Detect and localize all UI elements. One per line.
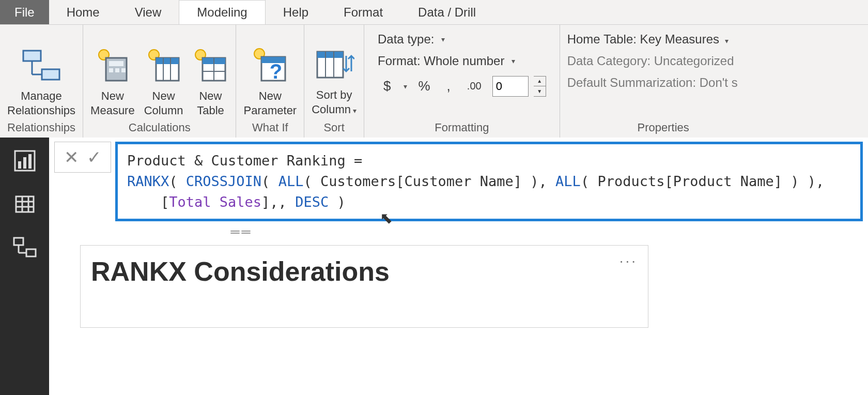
percent-button[interactable]: %	[412, 75, 436, 97]
data-type-dropdown[interactable]: ▾	[441, 35, 445, 43]
new-parameter-button[interactable]: ? New Parameter	[241, 42, 299, 118]
currency-button[interactable]: $	[378, 75, 396, 97]
new-column-button[interactable]: New Column	[142, 42, 185, 118]
sort-by-column-button[interactable]: Sort by Column▾	[309, 41, 359, 118]
tab-file[interactable]: File	[0, 0, 49, 24]
visual-card[interactable]: ... RANKX Considerations	[80, 245, 648, 328]
nav-report-view[interactable]	[12, 148, 38, 174]
left-nav	[0, 138, 49, 395]
svg-rect-6	[109, 61, 123, 66]
new-parameter-label: New Parameter	[243, 89, 297, 118]
sort-by-column-icon	[314, 41, 354, 88]
formula-bar-row: ✕ ✓ Product & Customer Ranking = RANKX( …	[49, 138, 868, 221]
new-table-button[interactable]: New Table	[190, 42, 230, 118]
sort-by-column-label: Sort by Column▾	[312, 88, 357, 118]
group-formatting: Data type: ▾ Format: Whole number ▾ $ ▾ …	[364, 25, 560, 138]
bar-chart-icon	[14, 150, 36, 172]
manage-relationships-label: Manage Relationships	[7, 89, 75, 118]
manage-relationships-icon	[21, 42, 61, 89]
svg-rect-32	[16, 196, 34, 212]
formula-resize-grip[interactable]: ══	[0, 224, 651, 239]
svg-rect-0	[23, 51, 41, 61]
formula-controls: ✕ ✓	[54, 142, 111, 173]
svg-rect-8	[115, 68, 119, 72]
dax-table-1: Customers[Customer Name]	[320, 173, 522, 189]
group-sort: Sort by Column▾ Sort	[304, 25, 364, 138]
tab-format[interactable]: Format	[326, 0, 400, 24]
new-measure-button[interactable]: New Measure	[88, 42, 137, 118]
data-type-label: Data type:	[378, 32, 434, 47]
dax-all-2: ALL	[555, 173, 581, 189]
svg-rect-12	[156, 58, 179, 64]
group-calculations-label: Calculations	[129, 118, 191, 134]
new-measure-icon	[95, 42, 131, 89]
group-relationships-label: Relationships	[7, 118, 75, 134]
svg-rect-38	[26, 249, 36, 256]
group-properties-label: Properties	[638, 118, 689, 134]
group-calculations: New Measure New Column New Table Calcula…	[83, 25, 236, 138]
group-whatif-label: What If	[252, 118, 288, 134]
group-sort-label: Sort	[323, 118, 344, 134]
dax-all-1: ALL	[278, 173, 304, 189]
svg-rect-25	[317, 52, 343, 58]
format-dropdown[interactable]: ▾	[512, 57, 515, 65]
tab-data-drill[interactable]: Data / Drill	[400, 0, 493, 24]
group-formatting-label: Formatting	[435, 118, 489, 134]
new-column-label: New Column	[144, 89, 183, 118]
decimal-button[interactable]: .00	[461, 78, 487, 95]
home-table-dropdown[interactable]: Home Table: Key Measures ▾	[567, 32, 760, 47]
group-whatif: ? New Parameter What If	[236, 25, 304, 138]
default-summarization-dropdown[interactable]: Default Summarization: Don't s	[567, 75, 760, 90]
canvas-area: ✕ ✓ Product & Customer Ranking = RANKX( …	[49, 138, 868, 395]
nav-data-view[interactable]	[12, 191, 38, 217]
svg-rect-9	[121, 68, 126, 72]
formula-cancel-button[interactable]: ✕	[64, 147, 79, 168]
dax-measure: Total Sales	[169, 194, 261, 210]
dax-crossjoin: CROSSJOIN	[186, 173, 261, 189]
format-label: Format: Whole number	[378, 54, 504, 68]
svg-rect-29	[18, 161, 21, 169]
dax-table-2: Products[Product Name]	[597, 173, 782, 189]
dax-rankx: RANKX	[127, 173, 169, 189]
tab-view[interactable]: View	[117, 0, 179, 24]
decimal-places-input[interactable]	[492, 76, 529, 97]
table-icon	[14, 193, 36, 215]
formula-editor[interactable]: Product & Customer Ranking = RANKX( CROS…	[115, 142, 863, 221]
visual-title: RANKX Considerations	[91, 256, 638, 287]
chevron-down-icon: ▾	[725, 37, 729, 45]
visual-options-button[interactable]: ...	[619, 250, 638, 266]
group-properties: Home Table: Key Measures ▾ Data Category…	[560, 25, 767, 138]
tab-home[interactable]: Home	[49, 0, 117, 24]
svg-rect-30	[23, 157, 26, 169]
chevron-down-icon: ▾	[353, 107, 357, 115]
menu-tabs: File Home View Modeling Help Format Data…	[0, 0, 868, 25]
new-parameter-icon: ?	[250, 42, 290, 89]
spinner-up-icon[interactable]: ▲	[534, 77, 546, 87]
data-category-dropdown[interactable]: Data Category: Uncategorized	[567, 54, 760, 68]
formula-text: Product & Customer Ranking =	[127, 153, 362, 169]
new-measure-label: New Measure	[90, 89, 135, 118]
svg-rect-37	[14, 238, 23, 245]
tab-help[interactable]: Help	[266, 0, 326, 24]
formula-commit-button[interactable]: ✓	[87, 147, 101, 168]
group-relationships: Manage Relationships Relationships	[0, 25, 83, 138]
decimal-places-spinner[interactable]: ▲ ▼	[534, 76, 546, 97]
svg-text:?: ?	[270, 60, 282, 83]
spinner-down-icon[interactable]: ▼	[534, 86, 546, 96]
new-table-label: New Table	[197, 89, 224, 118]
tab-modeling[interactable]: Modeling	[179, 0, 265, 24]
ribbon: Manage Relationships Relationships New M…	[0, 25, 868, 138]
manage-relationships-button[interactable]: Manage Relationships	[5, 42, 78, 118]
model-icon	[13, 237, 37, 259]
svg-rect-7	[109, 68, 113, 72]
new-column-icon	[146, 42, 182, 89]
currency-dropdown[interactable]: ▾	[404, 82, 407, 90]
new-table-icon	[192, 42, 228, 89]
svg-rect-31	[28, 154, 32, 169]
dax-desc: DESC	[295, 194, 329, 210]
svg-rect-1	[42, 69, 59, 80]
comma-button[interactable]: ,	[441, 75, 456, 97]
